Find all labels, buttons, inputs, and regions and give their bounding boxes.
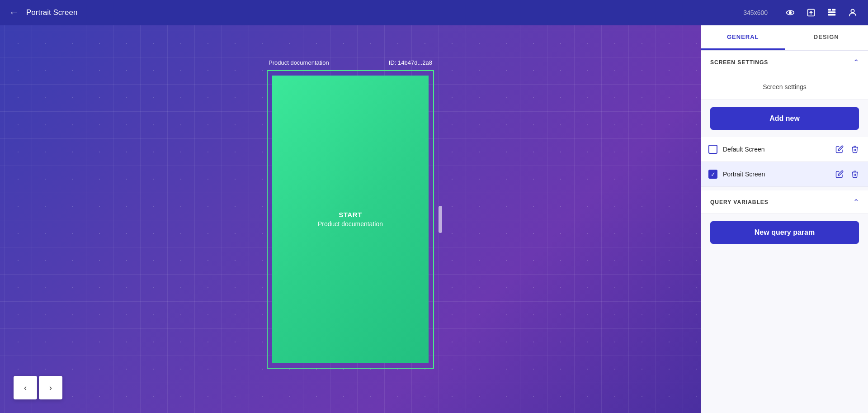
screen-settings-title: SCREEN SETTINGS bbox=[710, 59, 768, 66]
user-svg bbox=[848, 8, 858, 18]
back-button[interactable]: ← bbox=[9, 7, 19, 19]
screen-header-bar: Product documentation ID: 14b47d...2a8 bbox=[268, 57, 433, 68]
screen-start: START bbox=[339, 211, 362, 218]
checkbox-portrait[interactable] bbox=[708, 170, 717, 179]
user-icon[interactable] bbox=[846, 6, 859, 19]
svg-rect-6 bbox=[828, 14, 836, 16]
panel-tabs: GENERAL DESIGN bbox=[701, 25, 868, 51]
screen-id: ID: 14b47d...2a8 bbox=[389, 59, 432, 66]
svg-rect-4 bbox=[832, 9, 835, 11]
screen-settings-description: Screen settings bbox=[763, 83, 807, 90]
canvas-area[interactable]: Product documentation ID: 14b47d...2a8 S… bbox=[0, 25, 701, 413]
topbar: ← Portrait Screen 345x600 bbox=[0, 0, 868, 25]
panel-body: SCREEN SETTINGS ⌃ Screen settings Add ne… bbox=[701, 51, 868, 413]
edit-portrait-screen-button[interactable] bbox=[834, 168, 845, 180]
edit-icon bbox=[835, 145, 844, 153]
tab-design[interactable]: DESIGN bbox=[785, 25, 868, 50]
back-icon: ← bbox=[9, 7, 19, 19]
screen-subtitle: Product documentation bbox=[318, 220, 383, 228]
right-panel: GENERAL DESIGN SCREEN SETTINGS ⌃ Screen … bbox=[701, 25, 868, 413]
screen-item-portrait[interactable]: Portrait Screen bbox=[701, 162, 868, 187]
next-button[interactable]: › bbox=[39, 376, 62, 399]
delete-portrait-screen-button[interactable] bbox=[849, 168, 861, 180]
query-variables-section: QUERY VARIABLES ⌃ New query param bbox=[701, 190, 868, 251]
new-query-param-button[interactable]: New query param bbox=[710, 221, 859, 244]
nav-arrows: ‹ › bbox=[14, 376, 62, 399]
screen-item-portrait-label: Portrait Screen bbox=[723, 171, 828, 178]
export-icon[interactable] bbox=[805, 6, 817, 19]
checkbox-default[interactable] bbox=[708, 145, 717, 154]
prev-button[interactable]: ‹ bbox=[14, 376, 37, 399]
screen-settings-text-area: Screen settings bbox=[701, 74, 868, 100]
portrait-screen-actions bbox=[834, 168, 861, 180]
query-variables-header[interactable]: QUERY VARIABLES ⌃ bbox=[701, 190, 868, 214]
prev-icon: ‹ bbox=[24, 383, 27, 393]
screen-preview[interactable]: Product documentation ID: 14b47d...2a8 S… bbox=[267, 70, 434, 369]
screen-settings-header[interactable]: SCREEN SETTINGS ⌃ bbox=[701, 51, 868, 74]
query-variables-chevron: ⌃ bbox=[853, 198, 859, 206]
delete-default-screen-button[interactable] bbox=[849, 143, 861, 155]
grid-icon[interactable] bbox=[826, 6, 838, 19]
next-icon: › bbox=[49, 383, 52, 393]
preview-icon[interactable] bbox=[784, 6, 797, 19]
export-svg bbox=[806, 8, 816, 18]
screen-settings-chevron: ⌃ bbox=[853, 58, 859, 66]
resize-handle[interactable] bbox=[439, 206, 442, 233]
add-new-button[interactable]: Add new bbox=[710, 107, 859, 130]
edit-default-screen-button[interactable] bbox=[834, 143, 845, 155]
svg-rect-5 bbox=[828, 11, 836, 13]
svg-point-1 bbox=[789, 12, 792, 14]
screen-label: Product documentation bbox=[269, 59, 329, 66]
screen-item-default-label: Default Screen bbox=[723, 146, 828, 153]
page-title: Portrait Screen bbox=[26, 8, 736, 17]
edit-portrait-icon bbox=[835, 170, 844, 178]
default-screen-actions bbox=[834, 143, 861, 155]
tab-general[interactable]: GENERAL bbox=[701, 25, 785, 50]
screen-inner: START Product documentation bbox=[272, 76, 429, 363]
query-variables-title: QUERY VARIABLES bbox=[710, 199, 769, 205]
screen-item-default[interactable]: Default Screen bbox=[701, 137, 868, 162]
trash-icon bbox=[851, 145, 859, 153]
svg-point-7 bbox=[851, 9, 854, 13]
eye-svg bbox=[785, 8, 795, 18]
screen-dimensions: 345x600 bbox=[743, 9, 768, 16]
main-content: Product documentation ID: 14b47d...2a8 S… bbox=[0, 25, 868, 413]
svg-rect-3 bbox=[828, 9, 831, 11]
grid-svg bbox=[827, 8, 837, 18]
screen-list: Default Screen bbox=[701, 137, 868, 187]
trash-portrait-icon bbox=[851, 170, 859, 178]
screen-frame: Product documentation ID: 14b47d...2a8 S… bbox=[267, 70, 434, 369]
topbar-icons bbox=[784, 6, 859, 19]
